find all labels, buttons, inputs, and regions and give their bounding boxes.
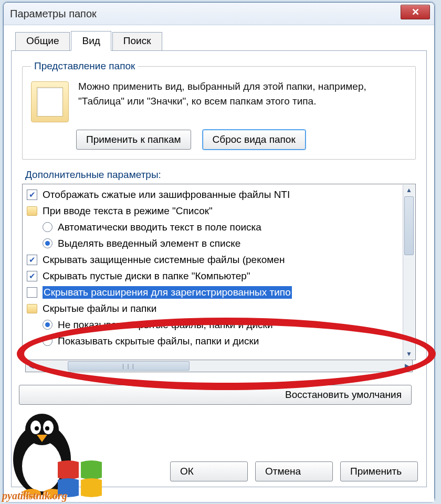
list-item-label: Скрывать пустые диски в папке "Компьютер… [43, 270, 250, 282]
tab-general[interactable]: Общие [15, 32, 70, 51]
advanced-settings-listbox-wrap: ✔Отображать сжатые или зашифрованные фай… [22, 184, 416, 372]
folder-node-icon [27, 206, 37, 216]
list-item-label: Показывать скрытые файлы, папки и диски [58, 335, 259, 347]
list-item[interactable]: Автоматически вводить текст в поле поиск… [27, 219, 412, 235]
scroll-up-icon[interactable]: ▲ [403, 185, 415, 195]
ok-button[interactable]: ОК [170, 461, 248, 481]
radio-icon[interactable] [43, 238, 52, 248]
scroll-thumb-vertical[interactable] [404, 196, 414, 255]
list-item-label: Скрытые файлы и папки [43, 303, 156, 314]
list-item-label: Выделять введенный элемент в списке [58, 238, 240, 249]
vertical-scrollbar[interactable]: ▲ ▼ [403, 185, 415, 359]
radio-icon[interactable] [43, 320, 52, 330]
radio-icon[interactable] [43, 222, 52, 232]
apply-to-folders-button[interactable]: Применить к папкам [76, 130, 191, 150]
advanced-settings-listbox[interactable]: ✔Отображать сжатые или зашифрованные фай… [22, 184, 416, 360]
scroll-down-icon[interactable]: ▼ [403, 349, 415, 359]
checkbox-icon[interactable]: ✔ [27, 271, 37, 281]
list-item[interactable]: Скрывать расширения для зарегистрированн… [27, 284, 412, 300]
scroll-thumb-horizontal[interactable]: | | | [68, 361, 190, 371]
restore-defaults-button[interactable]: Восстановить умолчания [19, 385, 412, 405]
folder-views-group: Представление папок Можно применить вид,… [22, 60, 416, 160]
tab-view[interactable]: Вид [71, 31, 111, 51]
list-item-label: Отображать сжатые или зашифрованные файл… [43, 189, 290, 201]
list-item[interactable]: Выделять введенный элемент в списке [27, 235, 412, 251]
list-item[interactable]: Показывать скрытые файлы, папки и диски [27, 333, 412, 349]
folder-icon [31, 81, 69, 122]
list-item-label: Скрывать защищенные системные файлы (рек… [43, 254, 285, 266]
scroll-left-icon[interactable]: ◀ [26, 360, 36, 372]
reset-folders-button[interactable]: Сброс вида папок [203, 130, 306, 150]
list-item[interactable]: ✔Скрывать защищенные системные файлы (ре… [27, 251, 412, 268]
checkbox-icon[interactable] [27, 287, 37, 298]
list-item[interactable]: Не показывать скрытые файлы, папки и дис… [27, 317, 412, 333]
list-item[interactable]: ✔Скрывать пустые диски в папке "Компьюте… [27, 268, 412, 284]
list-item[interactable]: Скрытые файлы и папки [27, 300, 412, 317]
checkbox-icon[interactable]: ✔ [27, 190, 37, 200]
tab-search[interactable]: Поиск [112, 32, 162, 51]
dialog-button-row: ОК Отмена Применить [170, 461, 418, 481]
advanced-settings-label: Дополнительные параметры: [25, 169, 419, 181]
folder-node-icon [27, 304, 37, 313]
list-item-label: Автоматически вводить текст в поле поиск… [58, 222, 261, 233]
list-item-label: Не показывать скрытые файлы, папки и дис… [58, 319, 273, 331]
horizontal-scrollbar[interactable]: ◀ | | | ▶ [25, 360, 413, 372]
group-legend: Представление папок [31, 60, 138, 72]
list-item[interactable]: При вводе текста в режиме "Список" [27, 203, 412, 219]
cancel-button[interactable]: Отмена [255, 461, 333, 481]
window-title: Параметры папок [10, 8, 97, 20]
titlebar: Параметры папок ✕ [4, 3, 434, 25]
client-area: Общие Вид Поиск Представление папок Можн… [4, 25, 434, 502]
dialog-window: Параметры папок ✕ Общие Вид Поиск Предст… [3, 2, 435, 502]
scroll-right-icon[interactable]: ▶ [402, 360, 412, 372]
group-text: Можно применить вид, выбранный для этой … [78, 79, 407, 122]
tab-panel-view: Представление папок Можно применить вид,… [11, 50, 427, 487]
list-item-label: При вводе текста в режиме "Список" [43, 205, 213, 217]
checkbox-icon[interactable]: ✔ [27, 255, 37, 265]
tabstrip: Общие Вид Поиск [15, 30, 427, 50]
scroll-track-horizontal[interactable]: | | | [36, 360, 402, 372]
list-item[interactable]: ✔Отображать сжатые или зашифрованные фай… [27, 186, 412, 203]
list-item-label: Скрывать расширения для зарегистрированн… [43, 286, 292, 299]
radio-icon[interactable] [43, 336, 52, 346]
close-button[interactable]: ✕ [401, 5, 430, 19]
close-icon: ✕ [412, 6, 419, 18]
apply-button[interactable]: Применить [340, 461, 418, 481]
